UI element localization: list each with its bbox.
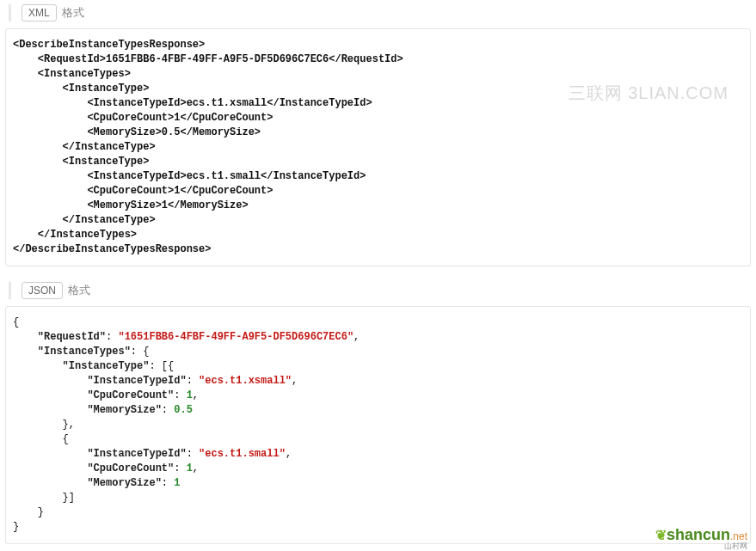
json-code-block: { "RequestId": "1651FBB6-4FBF-49FF-A9F5-… xyxy=(5,306,751,544)
xml-section-header: XML 格式 xyxy=(9,4,756,21)
json-badge: JSON xyxy=(22,282,63,299)
page-container: XML 格式 <DescribeInstanceTypesResponse> <… xyxy=(0,4,756,551)
json-format-label: 格式 xyxy=(68,283,90,298)
xml-badge: XML xyxy=(22,4,57,21)
json-section-header: JSON 格式 xyxy=(9,282,756,299)
xml-code-block: <DescribeInstanceTypesResponse> <Request… xyxy=(5,28,751,266)
header-bar xyxy=(9,4,11,21)
header-bar xyxy=(9,282,11,299)
xml-format-label: 格式 xyxy=(62,5,84,21)
